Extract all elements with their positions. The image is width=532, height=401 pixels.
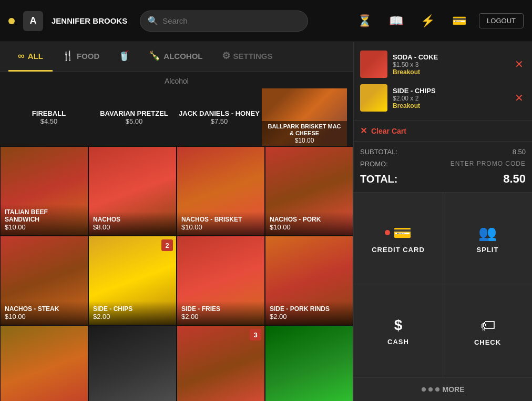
food-item-nachos-pork[interactable]: NACHOS - PORK $10.00 <box>265 146 353 236</box>
food-item-nachos[interactable]: NACHOS $8.00 <box>88 146 177 236</box>
cart-item-price: $1.50 x 3 <box>393 61 507 68</box>
cart-item-info: SODA - COKE $1.50 x 3 Breakout <box>393 53 507 76</box>
food-item-sprite[interactable] <box>265 325 353 401</box>
cart-item-tag: Breakout <box>393 68 507 76</box>
cash-icon: $ <box>394 317 403 334</box>
alcohol-item-jackdaniels[interactable]: JACK DANIELS - HONEY $7.50 <box>177 88 262 146</box>
total-row: TOTAL: 8.50 <box>360 172 526 186</box>
food-item-side-chips[interactable]: SIDE - CHIPS $2.00 2 <box>88 236 177 325</box>
food-item-overlay: ITALIAN BEEF SANDWICH $10.00 <box>1 204 88 235</box>
cart-totals: SUBTOTAL: 8.50 PROMO: ENTER PROMO CODE T… <box>354 142 532 193</box>
search-input[interactable] <box>162 16 300 25</box>
food-item-badge: 3 <box>250 329 261 340</box>
food-item-price: $10.00 <box>5 313 84 320</box>
tab-all[interactable]: ∞ ALL <box>8 42 53 72</box>
promo-label: PROMO: <box>360 160 388 168</box>
promo-row: PROMO: ENTER PROMO CODE <box>360 160 526 168</box>
food-item-price: $10.00 <box>5 223 84 231</box>
alcohol-item-name: FIREBALL <box>32 109 66 117</box>
subtotal-row: SUBTOTAL: 8.50 <box>360 148 526 156</box>
cart-panel: SODA - COKE $1.50 x 3 Breakout ✕ SIDE - … <box>353 42 532 401</box>
search-box[interactable]: 🔍 <box>140 11 308 32</box>
check-button[interactable]: 🏷 CHECK <box>443 285 532 377</box>
infinity-icon: ∞ <box>18 51 25 62</box>
cart-item-soda: SODA - COKE $1.50 x 3 Breakout ✕ <box>360 47 526 81</box>
check-icon: 🏷 <box>480 317 495 334</box>
food-item-name: SIDE - PORK RINDS <box>270 305 349 313</box>
cart-item-info: SIDE - CHIPS $2.00 x 2 Breakout <box>393 87 507 109</box>
food-item-burger2[interactable] <box>88 325 177 401</box>
clear-cart-label: Clear Cart <box>371 127 406 135</box>
tab-settings[interactable]: ⚙ SETTINGS <box>212 42 282 72</box>
cart-item-remove-button[interactable]: ✕ <box>513 56 526 73</box>
cart-items: SODA - COKE $1.50 x 3 Breakout ✕ SIDE - … <box>354 42 532 121</box>
food-item-burger1[interactable] <box>0 325 88 401</box>
lightning-icon[interactable]: ⚡ <box>416 9 439 33</box>
header-icons: ⏳ 📖 ⚡ 💳 LOGOUT <box>353 9 524 33</box>
clear-cart-icon: ✕ <box>360 126 367 136</box>
subtotal-value: 8.50 <box>513 148 526 156</box>
tab-alcohol[interactable]: 🍾 ALCOHOL <box>139 42 212 72</box>
food-item-badge: 2 <box>161 239 173 251</box>
promo-input[interactable]: ENTER PROMO CODE <box>451 160 526 168</box>
cart-item-price: $2.00 x 2 <box>393 95 507 102</box>
food-item-nachos-brisket[interactable]: NACHOS - BRISKET $10.00 <box>177 146 265 236</box>
category-tabs: ∞ ALL 🍴 FOOD 🥤 🍾 ALCOHOL ⚙ SETTINGS <box>0 42 353 72</box>
alcohol-item-name: JACK DANIELS - HONEY <box>179 109 260 117</box>
clear-cart-button[interactable]: ✕ Clear Cart <box>354 121 532 142</box>
logout-button[interactable]: LOGOUT <box>479 13 524 28</box>
more-button[interactable]: MORE <box>354 377 532 401</box>
food-item-overlay: NACHOS - BRISKET $10.00 <box>177 212 264 235</box>
food-item-name: NACHOS <box>93 216 172 223</box>
dot1 <box>422 387 426 392</box>
menu-icon[interactable]: 📖 <box>384 9 407 33</box>
cart-item-chips: SIDE - CHIPS $2.00 x 2 Breakout ✕ <box>360 81 526 115</box>
cart-item-remove-button[interactable]: ✕ <box>513 89 526 106</box>
food-item-side-pork-rinds[interactable]: SIDE - PORK RINDS $2.00 <box>265 236 353 325</box>
food-item-side-fries[interactable]: SIDE - FRIES $2.00 <box>177 236 265 325</box>
tab-settings-label: SETTINGS <box>233 52 273 61</box>
food-item-overlay: SIDE - CHIPS $2.00 <box>89 301 176 325</box>
tab-food[interactable]: 🍴 FOOD <box>53 42 109 72</box>
food-item-overlay: NACHOS - PORK $10.00 <box>265 212 353 235</box>
food-item-nachos-steak[interactable]: NACHOS - STEAK $10.00 <box>0 236 88 325</box>
food-item-cola[interactable]: 3 <box>177 325 265 401</box>
alcohol-subheader: Alcohol <box>0 72 353 88</box>
credit-card-label: CREDIT CARD <box>372 246 425 254</box>
split-button[interactable]: 👥 SPLIT <box>443 193 532 285</box>
header: A JENNIFER BROOKS 🔍 ⏳ 📖 ⚡ 💳 LOGOUT <box>0 0 532 42</box>
alcohol-item-price: $7.50 <box>211 117 228 125</box>
payment-grid: 💳 CREDIT CARD 👥 SPLIT $ CASH 🏷 CHECK <box>354 193 532 377</box>
food-item-price: $10.00 <box>181 223 260 231</box>
cash-button[interactable]: $ CASH <box>354 285 443 377</box>
food-item-name: ITALIAN BEEF SANDWICH <box>5 208 84 223</box>
check-label: CHECK <box>474 338 501 346</box>
credit-card-button[interactable]: 💳 CREDIT CARD <box>354 193 443 285</box>
card-icon[interactable]: 💳 <box>447 9 470 33</box>
more-label: MORE <box>443 385 465 394</box>
alcohol-item-brisket[interactable]: BALLPARK BRISKET MAC & CHEESE $10.00 <box>262 88 347 146</box>
timer-icon[interactable]: ⏳ <box>353 9 376 33</box>
food-item-name: NACHOS - STEAK <box>5 305 84 313</box>
brisket-overlay: BALLPARK BRISKET MAC & CHEESE $10.00 <box>262 121 347 146</box>
split-label: SPLIT <box>477 246 499 254</box>
status-dot <box>8 18 15 24</box>
food-item-name: NACHOS - BRISKET <box>181 216 260 223</box>
food-item-name: SIDE - CHIPS <box>93 305 172 313</box>
alcohol-item-pretzel[interactable]: BAVARIAN PRETZEL $5.00 <box>91 88 177 146</box>
food-item-italian-beef[interactable]: ITALIAN BEEF SANDWICH $10.00 <box>0 146 88 236</box>
more-dots <box>422 387 439 392</box>
food-item-price: $2.00 <box>181 313 260 320</box>
main-layout: ∞ ALL 🍴 FOOD 🥤 🍾 ALCOHOL ⚙ SETTINGS Alco… <box>0 42 532 401</box>
cart-item-image-soda <box>360 51 387 78</box>
food-item-name: SIDE - FRIES <box>181 305 260 313</box>
tab-all-label: ALL <box>28 52 43 61</box>
food-icon: 🍴 <box>62 50 74 62</box>
dot3 <box>435 387 439 392</box>
food-item-overlay: NACHOS $8.00 <box>89 212 176 235</box>
alcohol-item-price: $4.50 <box>40 117 58 125</box>
alcohol-item-fireball[interactable]: FIREBALL $4.50 <box>6 88 91 146</box>
brisket-price: $10.00 <box>265 137 344 144</box>
alcohol-icon: 🍾 <box>149 50 160 62</box>
tab-drinks[interactable]: 🥤 <box>109 42 139 72</box>
